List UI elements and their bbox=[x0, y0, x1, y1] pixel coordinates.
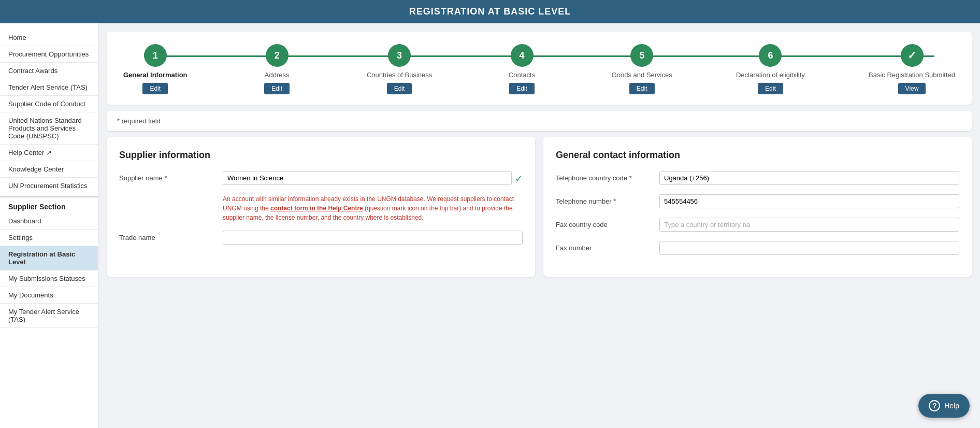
step-4-circle: 4 bbox=[511, 44, 534, 67]
sidebar-item-help-center[interactable]: Help Center ↗ bbox=[0, 145, 98, 161]
page-header: REGISTRATION AT BASIC LEVEL bbox=[0, 0, 980, 23]
sidebar-section-title: Supplier Section bbox=[0, 196, 98, 213]
step-1: 1 General Information Edit bbox=[123, 44, 188, 94]
step-6-circle: 6 bbox=[759, 44, 782, 67]
tel-country-code-label: Telephone country code * bbox=[556, 171, 659, 182]
sidebar-item-registration[interactable]: Registration at Basic Level bbox=[0, 246, 98, 270]
tel-number-input[interactable] bbox=[659, 194, 959, 208]
step-3-edit-button[interactable]: Edit bbox=[387, 83, 412, 94]
supplier-warning: An account with similar information alre… bbox=[223, 194, 523, 222]
sidebar-item-dashboard[interactable]: Dashboard bbox=[0, 213, 98, 230]
help-button[interactable]: ? Help bbox=[918, 394, 970, 418]
fax-number-field: Fax number bbox=[556, 241, 959, 255]
step-2-circle: 2 bbox=[266, 44, 289, 67]
tel-country-code-input[interactable] bbox=[659, 171, 959, 185]
stepper: 1 General Information Edit 2 Address Edi… bbox=[123, 44, 955, 94]
supplier-info-section: Supplier information Supplier name * ✓ A… bbox=[107, 137, 535, 277]
sidebar-item-home[interactable]: Home bbox=[0, 30, 98, 46]
step-3-circle: 3 bbox=[388, 44, 411, 67]
step-1-edit-button[interactable]: Edit bbox=[142, 83, 168, 94]
step-6-label: Declaration of eligibility bbox=[736, 71, 805, 79]
warning-help-link[interactable]: contact form in the Help Centre bbox=[270, 205, 363, 212]
fax-country-code-input[interactable] bbox=[659, 218, 959, 232]
sidebar-item-unspsc[interactable]: United Nations Standard Products and Ser… bbox=[0, 112, 98, 145]
step-6: 6 Declaration of eligibility Edit bbox=[736, 44, 805, 94]
trade-name-label: Trade name bbox=[119, 231, 223, 241]
step-4-edit-button[interactable]: Edit bbox=[509, 83, 535, 94]
main-content: 1 General Information Edit 2 Address Edi… bbox=[98, 23, 980, 428]
required-notice: * required field bbox=[107, 111, 972, 131]
sidebar-item-tender-alert[interactable]: My Tender Alert Service (TAS) bbox=[0, 304, 98, 328]
sidebar-item-knowledge-center[interactable]: Knowledge Center bbox=[0, 161, 98, 178]
step-7-view-button[interactable]: View bbox=[898, 83, 926, 94]
tel-country-code-field: Telephone country code * bbox=[556, 171, 959, 185]
supplier-name-checkmark: ✓ bbox=[515, 171, 523, 184]
sidebar-item-submissions[interactable]: My Submissions Statuses bbox=[0, 270, 98, 287]
tel-number-label: Telephone number * bbox=[556, 194, 659, 205]
supplier-name-input[interactable] bbox=[223, 171, 512, 185]
step-2-edit-button[interactable]: Edit bbox=[264, 83, 290, 94]
form-row: Supplier information Supplier name * ✓ A… bbox=[107, 137, 972, 277]
supplier-name-field: Supplier name * ✓ bbox=[119, 171, 523, 185]
step-4-label: Contacts bbox=[509, 71, 535, 79]
trade-name-field: Trade name bbox=[119, 231, 523, 245]
step-5: 5 Goods and Services Edit bbox=[612, 44, 672, 94]
sidebar: Home Procurement Opportunities Contract … bbox=[0, 23, 98, 428]
fax-country-code-field: Fax country code bbox=[556, 218, 959, 232]
sidebar-item-procurement[interactable]: Procurement Opportunities bbox=[0, 46, 98, 63]
sidebar-item-documents[interactable]: My Documents bbox=[0, 287, 98, 304]
step-1-circle: 1 bbox=[144, 44, 167, 67]
help-label: Help bbox=[944, 402, 959, 410]
supplier-name-label: Supplier name * bbox=[119, 171, 223, 182]
sidebar-item-tas[interactable]: Tender Alert Service (TAS) bbox=[0, 79, 98, 96]
help-icon: ? bbox=[929, 400, 940, 411]
sidebar-item-contract-awards[interactable]: Contract Awards bbox=[0, 63, 98, 79]
page-title: REGISTRATION AT BASIC LEVEL bbox=[409, 6, 571, 17]
fax-number-label: Fax number bbox=[556, 241, 659, 252]
step-5-edit-button[interactable]: Edit bbox=[629, 83, 655, 94]
step-5-circle: 5 bbox=[630, 44, 653, 67]
fax-number-input[interactable] bbox=[659, 241, 959, 255]
step-2: 2 Address Edit bbox=[251, 44, 303, 94]
trade-name-input[interactable] bbox=[223, 231, 523, 245]
sidebar-item-settings[interactable]: Settings bbox=[0, 230, 98, 246]
step-7-circle bbox=[901, 44, 924, 67]
contact-info-title: General contact information bbox=[556, 150, 959, 161]
step-5-label: Goods and Services bbox=[612, 71, 672, 79]
step-1-label: General Information bbox=[123, 71, 188, 79]
supplier-info-title: Supplier information bbox=[119, 150, 523, 161]
sidebar-item-code-of-conduct[interactable]: Supplier Code of Conduct bbox=[0, 96, 98, 112]
required-notice-text: * required field bbox=[117, 117, 161, 125]
step-4: 4 Contacts Edit bbox=[496, 44, 548, 94]
stepper-card: 1 General Information Edit 2 Address Edi… bbox=[107, 32, 972, 105]
contact-info-section: General contact information Telephone co… bbox=[543, 137, 972, 277]
tel-number-field: Telephone number * bbox=[556, 194, 959, 208]
step-3-label: Countries of Business bbox=[367, 71, 432, 79]
sidebar-item-un-stats[interactable]: UN Procurement Statistics bbox=[0, 178, 98, 194]
fax-country-code-label: Fax country code bbox=[556, 218, 659, 229]
step-2-label: Address bbox=[265, 71, 290, 79]
step-7-label: Basic Registration Submitted bbox=[869, 71, 955, 79]
step-7: Basic Registration Submitted View bbox=[869, 44, 955, 94]
step-6-edit-button[interactable]: Edit bbox=[758, 83, 783, 94]
step-3: 3 Countries of Business Edit bbox=[367, 44, 432, 94]
